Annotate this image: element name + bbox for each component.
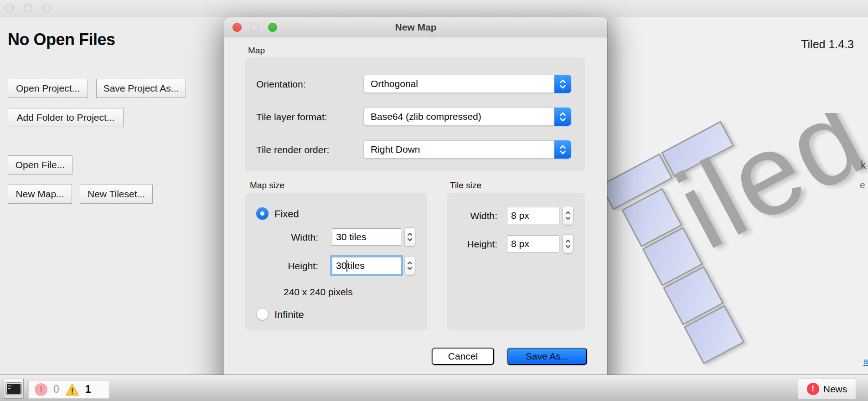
new-map-dialog: New Map Map Orientation: Orthogonal Tile…	[224, 17, 607, 382]
map-height-label: Height:	[273, 261, 318, 272]
orientation-value: Orthogonal	[364, 78, 554, 89]
window-zoom-icon[interactable]	[42, 4, 51, 12]
window-close-icon[interactable]	[5, 4, 14, 12]
tile-height-stepper[interactable]	[563, 234, 574, 253]
infinite-radio[interactable]	[256, 308, 269, 320]
map-size-group-label: Map size	[250, 180, 284, 190]
clipped-text-fragment: e	[860, 180, 865, 190]
infinite-radio-label: Infinite	[274, 309, 304, 321]
tile-render-order-select[interactable]: Right Down	[363, 140, 571, 159]
map-size-group-box: Fixed Width: 30 tiles Height: 30 tiles 2…	[245, 193, 427, 330]
chevron-up-down-icon	[554, 108, 571, 126]
pixel-size-summary: 240 x 240 pixels	[284, 287, 353, 298]
console-toggle-button[interactable]	[4, 379, 24, 399]
cancel-button[interactable]: Cancel	[432, 348, 494, 365]
map-width-value: 30 tiles	[336, 231, 367, 242]
tile-width-stepper[interactable]	[563, 206, 574, 225]
tile-layer-format-select[interactable]: Base64 (zlib compressed)	[363, 108, 571, 126]
save-project-as-button[interactable]: Save Project As...	[96, 79, 186, 98]
tile-layer-format-label: Tile layer format:	[256, 112, 327, 123]
tile-width-input[interactable]: 8 px	[507, 207, 559, 224]
new-map-button[interactable]: New Map...	[8, 185, 72, 204]
fixed-radio[interactable]	[256, 207, 269, 220]
fixed-radio-label: Fixed	[274, 208, 299, 220]
clipped-link-fragment: a	[863, 357, 868, 366]
new-tileset-button[interactable]: New Tileset...	[80, 185, 153, 204]
dialog-title: New Map	[224, 17, 607, 37]
tile-size-group-box: Width: 8 px Height: 8 px	[447, 193, 585, 330]
news-panel-background	[607, 17, 868, 375]
console-icon	[5, 382, 22, 395]
clipped-text-fragment: k	[861, 159, 866, 171]
issues-counter-panel[interactable]: ! 0 ! 1	[28, 380, 109, 399]
chevron-up-down-icon	[554, 140, 571, 159]
dialog-titlebar[interactable]: New Map	[224, 17, 607, 37]
map-group-box: Orientation: Orthogonal Tile layer forma…	[245, 57, 585, 171]
page-title: No Open Files	[8, 30, 115, 49]
map-group-label: Map	[248, 46, 265, 56]
news-badge-icon: !	[807, 383, 819, 395]
chevron-up-down-icon	[554, 75, 571, 93]
error-count: 0	[53, 383, 59, 396]
map-height-input[interactable]: 30 tiles	[332, 257, 401, 274]
main-window-titlebar	[0, 0, 868, 16]
open-project-button[interactable]: Open Project...	[8, 79, 88, 98]
status-bar: ! 0 ! 1 ! News	[0, 375, 868, 401]
news-button[interactable]: ! News	[798, 379, 856, 399]
tile-height-input[interactable]: 8 px	[507, 235, 559, 252]
tile-width-label: Width:	[456, 211, 497, 221]
tile-render-order-value: Right Down	[364, 144, 554, 155]
tile-layer-format-value: Base64 (zlib compressed)	[364, 111, 554, 122]
orientation-select[interactable]: Orthogonal	[363, 75, 571, 93]
error-icon: !	[35, 383, 47, 396]
svg-text:!: !	[71, 386, 74, 395]
map-height-value-before-cursor: 30	[336, 260, 346, 271]
open-file-button[interactable]: Open File...	[8, 155, 72, 175]
tile-height-value: 8 px	[511, 238, 529, 249]
tile-width-value: 8 px	[511, 210, 529, 221]
tile-height-label: Height:	[456, 239, 497, 250]
tile-size-group-label: Tile size	[450, 180, 481, 190]
map-width-input[interactable]: 30 tiles	[332, 228, 401, 246]
news-button-label: News	[823, 384, 847, 395]
add-folder-to-project-button[interactable]: Add Folder to Project...	[8, 108, 124, 127]
map-height-value-after-cursor: tiles	[347, 260, 364, 271]
map-width-stepper[interactable]	[404, 227, 415, 247]
orientation-label: Orientation:	[256, 79, 306, 90]
save-as-button[interactable]: Save As...	[507, 348, 587, 365]
warning-count: 1	[85, 383, 91, 396]
version-label: Tiled 1.4.3	[801, 38, 854, 51]
window-minimize-icon[interactable]	[24, 4, 32, 12]
map-height-stepper[interactable]	[404, 256, 415, 275]
tile-render-order-label: Tile render order:	[256, 144, 329, 155]
warning-icon: !	[65, 383, 79, 396]
map-width-label: Width:	[273, 232, 318, 243]
